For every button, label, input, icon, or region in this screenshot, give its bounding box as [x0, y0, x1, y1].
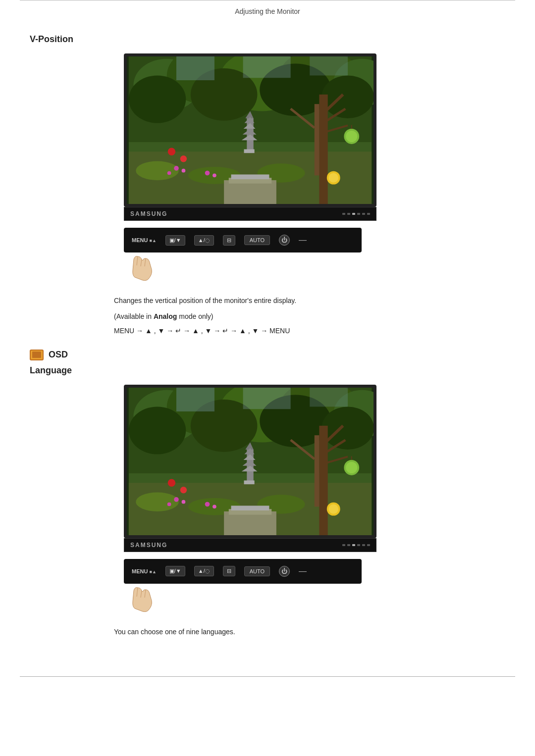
vposition-note: (Available in Analog mode only) — [114, 311, 505, 323]
page-header: Adjusting the Monitor — [20, 0, 515, 20]
language-osd-control-bar: MENU ■▲ ▣/▼ ▲/◌ ⊟ AUTO ⏻ — — [124, 559, 362, 584]
osd-icon — [30, 350, 44, 360]
svg-point-33 — [168, 148, 175, 155]
language-title: Language — [30, 365, 505, 376]
svg-point-84 — [174, 497, 179, 502]
osd-label-row: OSD — [30, 350, 505, 360]
dot4 — [357, 544, 360, 546]
dot2 — [347, 544, 350, 546]
osd-dash: — — [299, 236, 307, 245]
language-osd-menu-label: MENU ■▲ — [132, 568, 157, 574]
svg-rect-57 — [176, 388, 214, 411]
samsung-brand-text: SAMSUNG — [130, 210, 167, 217]
svg-point-35 — [136, 161, 179, 180]
garden-scene-svg — [127, 56, 374, 204]
language-osd-dash: — — [299, 567, 307, 576]
language-osd-btn2[interactable]: ▲/◌ — [194, 566, 214, 576]
language-osd-btn4-auto[interactable]: AUTO — [244, 566, 270, 576]
svg-point-87 — [205, 502, 210, 506]
svg-rect-59 — [310, 388, 348, 406]
svg-point-53 — [129, 406, 186, 454]
svg-rect-12 — [243, 56, 291, 78]
svg-rect-43 — [224, 180, 276, 204]
osd-menu-label: MENU ■▲ — [132, 237, 157, 243]
dot1 — [342, 213, 345, 215]
osd-btn1[interactable]: ▣/▼ — [165, 235, 185, 246]
page-title: Adjusting the Monitor — [235, 7, 300, 15]
svg-rect-89 — [224, 511, 276, 535]
svg-point-32 — [329, 173, 338, 183]
monitor-dots — [342, 213, 370, 215]
dot6 — [367, 544, 370, 546]
svg-rect-45 — [231, 174, 269, 179]
language-monitor-screen — [124, 385, 376, 538]
svg-rect-21 — [244, 149, 255, 153]
svg-point-10 — [321, 75, 374, 118]
dot4 — [357, 213, 360, 215]
svg-point-56 — [321, 406, 374, 450]
language-osd-power-btn[interactable]: ⏻ — [279, 566, 290, 577]
vposition-osd-control-bar: MENU ■▲ ▣/▼ ▲/◌ ⊟ AUTO ⏻ — — [124, 228, 362, 252]
osd-power-btn[interactable]: ⏻ — [279, 235, 290, 246]
svg-point-41 — [205, 171, 210, 176]
svg-rect-67 — [244, 480, 255, 484]
vposition-title: V-Position — [30, 34, 505, 45]
svg-point-75 — [346, 462, 357, 473]
monitor-screen — [124, 53, 376, 207]
svg-point-80 — [180, 487, 187, 493]
svg-rect-69 — [315, 435, 320, 506]
svg-rect-13 — [310, 56, 348, 75]
svg-point-40 — [167, 171, 171, 175]
dot1 — [342, 544, 345, 546]
dot3 — [352, 213, 355, 215]
svg-point-79 — [168, 479, 175, 486]
svg-point-29 — [346, 131, 357, 142]
svg-point-34 — [180, 155, 187, 162]
svg-rect-58 — [243, 388, 291, 409]
osd-icon-inner — [32, 352, 41, 358]
svg-rect-23 — [315, 104, 320, 175]
language-osd-btn3[interactable]: ⊟ — [223, 566, 235, 576]
language-monitor-dots — [342, 544, 370, 546]
svg-point-88 — [213, 504, 216, 508]
language-samsung-brand-text: SAMSUNG — [130, 542, 167, 549]
svg-point-85 — [182, 500, 186, 504]
svg-point-7 — [129, 75, 186, 123]
osd-btn4-auto[interactable]: AUTO — [244, 235, 270, 245]
vposition-description: Changes the vertical position of the mon… — [114, 295, 505, 307]
language-monitor-image: SAMSUNG — [124, 385, 376, 552]
vposition-osd-control-bar-wrap: MENU ■▲ ▣/▼ ▲/◌ ⊟ AUTO ⏻ — — [124, 228, 376, 285]
svg-point-39 — [182, 169, 186, 173]
language-monitor-brand-bar: SAMSUNG — [124, 538, 376, 552]
monitor-brand-bar: SAMSUNG — [124, 207, 376, 221]
svg-point-42 — [213, 173, 216, 177]
dot2 — [347, 213, 350, 215]
finger-cursor-vposition — [124, 252, 376, 285]
dot6 — [367, 213, 370, 215]
vposition-monitor-image: SAMSUNG — [124, 53, 376, 221]
svg-point-78 — [329, 504, 338, 513]
dot3 — [352, 544, 355, 546]
svg-rect-91 — [231, 505, 269, 510]
garden-scene-svg-2 — [127, 388, 374, 535]
osd-btn3[interactable]: ⊟ — [223, 235, 235, 246]
language-description: You can choose one of nine languages. — [114, 626, 505, 638]
svg-point-86 — [167, 502, 171, 506]
osd-btn2[interactable]: ▲/◌ — [194, 235, 214, 246]
svg-point-38 — [174, 166, 179, 171]
finger-cursor-language — [124, 583, 376, 616]
dot5 — [362, 544, 365, 546]
dot5 — [362, 213, 365, 215]
vposition-menu-nav: MENU → ▲ , ▼ → ↵ → ▲ , ▼ → ↵ → ▲ , ▼ → M… — [114, 327, 505, 335]
svg-rect-11 — [176, 56, 214, 80]
language-osd-btn1[interactable]: ▣/▼ — [165, 566, 185, 576]
language-osd-control-bar-wrap: MENU ■▲ ▣/▼ ▲/◌ ⊟ AUTO ⏻ — — [124, 559, 376, 616]
bottom-rule — [20, 676, 515, 677]
svg-point-81 — [136, 492, 179, 511]
osd-section-title: OSD — [49, 350, 68, 360]
